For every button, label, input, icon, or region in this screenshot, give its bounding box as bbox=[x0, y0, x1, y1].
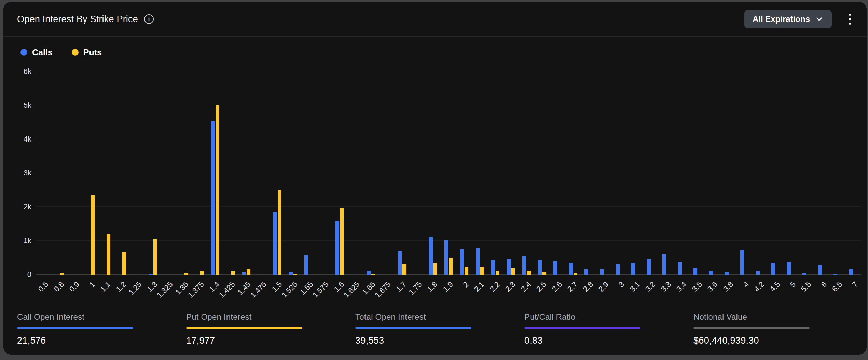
calls-bar-2.6[interactable] bbox=[553, 261, 557, 275]
bar-group-5[interactable] bbox=[783, 71, 799, 275]
bar-group-3.3[interactable] bbox=[659, 71, 675, 275]
calls-bar-1.45[interactable] bbox=[242, 272, 246, 275]
bar-group-2.7[interactable] bbox=[565, 71, 581, 275]
calls-bar-2.1[interactable] bbox=[476, 248, 480, 275]
bar-group-3[interactable] bbox=[612, 71, 628, 275]
info-icon[interactable]: i bbox=[144, 14, 154, 24]
calls-bar-1.7[interactable] bbox=[398, 251, 402, 275]
bar-group-3.1[interactable] bbox=[628, 71, 643, 275]
bar-group-1.25[interactable] bbox=[129, 71, 145, 275]
calls-bar-1.9[interactable] bbox=[444, 240, 448, 275]
bar-group-2.4[interactable] bbox=[519, 71, 534, 275]
bar-group-1.6[interactable] bbox=[332, 71, 348, 275]
calls-bar-2.9[interactable] bbox=[600, 269, 604, 275]
puts-bar-2.2[interactable] bbox=[496, 271, 499, 275]
bar-group-1.4[interactable] bbox=[207, 71, 223, 275]
calls-bar-3.2[interactable] bbox=[647, 259, 651, 275]
calls-bar-3.5[interactable] bbox=[693, 268, 697, 275]
plot-area[interactable] bbox=[36, 71, 861, 275]
puts-bar-1.6[interactable] bbox=[340, 208, 344, 275]
puts-bar-2.3[interactable] bbox=[511, 268, 515, 275]
bar-group-1.45[interactable] bbox=[238, 71, 254, 275]
bar-group-2[interactable] bbox=[456, 71, 472, 275]
calls-bar-2.2[interactable] bbox=[491, 260, 495, 275]
puts-bar-1.375[interactable] bbox=[200, 271, 204, 275]
bar-group-3.5[interactable] bbox=[690, 71, 706, 275]
more-options-icon[interactable] bbox=[845, 12, 854, 27]
bar-group-7[interactable] bbox=[845, 71, 861, 275]
calls-bar-7[interactable] bbox=[849, 269, 853, 275]
puts-bar-1.5[interactable] bbox=[278, 190, 281, 275]
calls-bar-1.5[interactable] bbox=[273, 212, 277, 275]
calls-bar-3.3[interactable] bbox=[662, 254, 666, 275]
calls-bar-1.6[interactable] bbox=[335, 221, 339, 275]
bar-group-2.6[interactable] bbox=[550, 71, 566, 275]
puts-bar-2[interactable] bbox=[465, 267, 468, 275]
bar-group-0.9[interactable] bbox=[67, 71, 83, 275]
calls-bar-2.7[interactable] bbox=[569, 263, 573, 275]
bar-group-1.375[interactable] bbox=[192, 71, 208, 275]
calls-bar-1.55[interactable] bbox=[304, 255, 308, 275]
calls-bar-6[interactable] bbox=[818, 265, 822, 275]
calls-bar-3.8[interactable] bbox=[725, 272, 729, 275]
expirations-dropdown[interactable]: All Expirations bbox=[744, 10, 832, 28]
calls-bar-3.4[interactable] bbox=[678, 262, 682, 275]
calls-bar-1.65[interactable] bbox=[367, 271, 371, 275]
bar-group-4[interactable] bbox=[736, 71, 752, 275]
puts-bar-1.9[interactable] bbox=[449, 258, 453, 275]
calls-bar-2.8[interactable] bbox=[584, 269, 588, 275]
bar-group-0.5[interactable] bbox=[36, 71, 52, 275]
puts-bar-2.4[interactable] bbox=[527, 271, 531, 275]
bar-group-1.575[interactable] bbox=[316, 71, 332, 275]
bar-group-0.8[interactable] bbox=[52, 71, 68, 275]
bar-group-1.35[interactable] bbox=[176, 71, 192, 275]
bar-group-1.525[interactable] bbox=[285, 71, 301, 275]
bar-group-1.3[interactable] bbox=[145, 71, 161, 275]
calls-bar-1.4[interactable] bbox=[211, 121, 215, 275]
puts-bar-1.425[interactable] bbox=[231, 271, 235, 275]
bar-group-1.1[interactable] bbox=[98, 71, 114, 275]
bar-group-4.2[interactable] bbox=[752, 71, 768, 275]
bar-group-1.65[interactable] bbox=[363, 71, 379, 275]
bar-group-4.5[interactable] bbox=[768, 71, 783, 275]
legend-item-calls[interactable]: Calls bbox=[20, 48, 53, 57]
calls-bar-5[interactable] bbox=[787, 262, 791, 275]
bar-group-1.425[interactable] bbox=[223, 71, 239, 275]
bar-group-1.675[interactable] bbox=[378, 71, 394, 275]
calls-bar-2.5[interactable] bbox=[538, 260, 542, 275]
bar-group-1.325[interactable] bbox=[161, 71, 177, 275]
bar-group-1.7[interactable] bbox=[394, 71, 410, 275]
calls-bar-1.8[interactable] bbox=[429, 237, 433, 275]
bar-group-1.8[interactable] bbox=[425, 71, 441, 275]
calls-bar-2[interactable] bbox=[460, 249, 464, 275]
bar-group-3.4[interactable] bbox=[674, 71, 690, 275]
bar-group-3.2[interactable] bbox=[643, 71, 659, 275]
bar-group-6.5[interactable] bbox=[830, 71, 846, 275]
bar-group-1.625[interactable] bbox=[347, 71, 363, 275]
puts-bar-1.1[interactable] bbox=[107, 234, 110, 275]
puts-bar-1.3[interactable] bbox=[153, 239, 157, 275]
puts-bar-2.1[interactable] bbox=[480, 267, 484, 275]
puts-bar-1.7[interactable] bbox=[402, 264, 406, 275]
bar-group-2.5[interactable] bbox=[534, 71, 550, 275]
bar-group-1.475[interactable] bbox=[254, 71, 270, 275]
calls-bar-3[interactable] bbox=[616, 264, 620, 275]
puts-bar-1[interactable] bbox=[91, 195, 95, 275]
bar-group-2.2[interactable] bbox=[487, 71, 503, 275]
calls-bar-3.1[interactable] bbox=[631, 263, 635, 275]
bar-group-1.75[interactable] bbox=[410, 71, 426, 275]
bar-group-1.9[interactable] bbox=[441, 71, 457, 275]
puts-bar-1.45[interactable] bbox=[247, 269, 250, 275]
bar-group-5.5[interactable] bbox=[799, 71, 815, 275]
calls-bar-4[interactable] bbox=[740, 250, 744, 275]
bar-group-1.55[interactable] bbox=[301, 71, 317, 275]
bar-group-2.1[interactable] bbox=[472, 71, 488, 275]
calls-bar-1.525[interactable] bbox=[289, 272, 293, 275]
bar-group-2.8[interactable] bbox=[581, 71, 597, 275]
calls-bar-3.6[interactable] bbox=[709, 271, 713, 275]
bar-group-1[interactable] bbox=[83, 71, 99, 275]
calls-bar-2.3[interactable] bbox=[507, 259, 511, 275]
puts-bar-1.2[interactable] bbox=[122, 252, 126, 275]
bar-group-6[interactable] bbox=[814, 71, 830, 275]
bar-group-3.6[interactable] bbox=[705, 71, 721, 275]
